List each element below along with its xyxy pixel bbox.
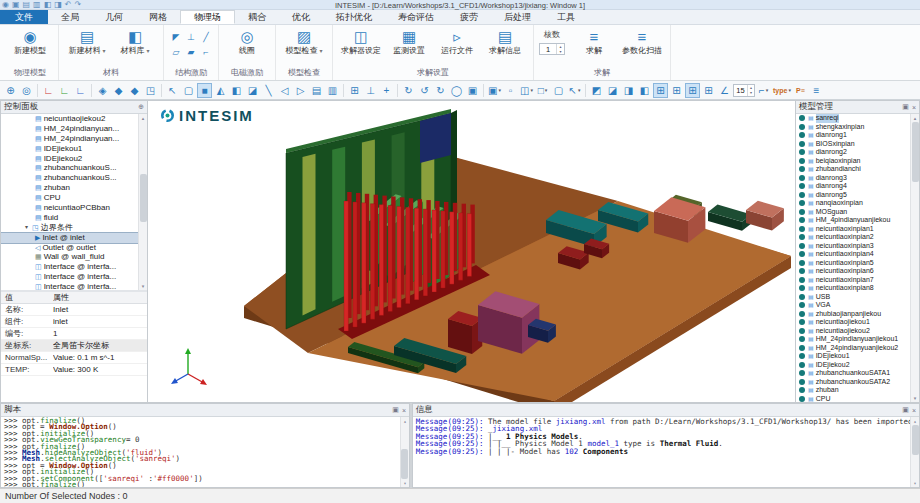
saved-view-icon[interactable]: ◳ <box>143 83 158 98</box>
visibility-dot-icon[interactable] <box>799 387 805 393</box>
tab-疲劳[interactable]: 疲劳 <box>447 10 491 24</box>
component-item-idejiekou2[interactable]: ▤IDEjiekou2 <box>796 361 919 370</box>
tab-后处理[interactable]: 后处理 <box>491 10 544 24</box>
visibility-dot-icon[interactable] <box>799 243 805 249</box>
tree-item-wall-wall-fluid[interactable]: ▦Wall @ wall_fluid <box>1 252 147 262</box>
tree-item-inlet-inlet[interactable]: ▶Inlet @ inlet <box>1 233 147 243</box>
tab-工具[interactable]: 工具 <box>544 10 588 24</box>
new-material-button[interactable]: ▤新建材料 ▾ <box>64 27 110 56</box>
type-filter-dropdown[interactable]: type▾ <box>772 83 792 98</box>
zoom-box-icon[interactable]: ◎ <box>19 83 34 98</box>
component-item-neicuntiaoxinpian3[interactable]: ▤neicuntiaoxinpian3 <box>796 242 919 251</box>
component-item-neicuntiaojiekou1[interactable]: ▤neicuntiaojiekou1 <box>796 318 919 327</box>
float-panel-icon[interactable]: ▣ <box>902 103 909 111</box>
layer-list-icon[interactable]: ▥ <box>325 83 340 98</box>
rotate-free-icon[interactable]: ↻ <box>433 83 448 98</box>
material-library-button[interactable]: ◧材料库 ▾ <box>112 27 158 56</box>
velocity-icon[interactable]: ▱ <box>169 45 183 59</box>
visibility-dot-icon[interactable] <box>799 345 805 351</box>
component-item-neicuntiaoxinpian4[interactable]: ▤neicuntiaoxinpian4 <box>796 250 919 259</box>
rotate-body-icon[interactable]: ◧ <box>229 83 244 98</box>
property-row[interactable]: 编号:1 <box>1 328 147 340</box>
component-item-hm_24pindianyuanjiekou1[interactable]: ▤HM_24pindianyuanjiekou1 <box>796 335 919 344</box>
visibility-dot-icon[interactable] <box>799 370 805 376</box>
export-icon[interactable]: ◨ <box>54 1 62 9</box>
component-item-zhubanchuankousata1[interactable]: ▤zhubanchuankouSATA1 <box>796 369 919 378</box>
tree-item-idejiekou1[interactable]: ▤IDEjiekou1 <box>1 144 147 154</box>
component-item-dianrong3[interactable]: ▤dianrong3 <box>796 174 919 183</box>
visibility-dot-icon[interactable] <box>799 209 805 215</box>
pick-edge-icon[interactable]: ◪ <box>605 83 620 98</box>
tab-寿命评估[interactable]: 寿命评估 <box>385 10 447 24</box>
circle-select-icon[interactable]: ◯ <box>449 83 464 98</box>
visibility-dot-icon[interactable] <box>799 175 805 181</box>
close-panel-icon[interactable]: × <box>912 104 916 111</box>
acceleration-icon[interactable]: ▰ <box>184 45 198 59</box>
close-script-icon[interactable]: × <box>402 407 406 414</box>
run-file-button[interactable]: ▹运行文件 <box>434 27 480 56</box>
select-mode-icon[interactable]: ↖ <box>165 83 180 98</box>
component-item-neicuntiaoxinpian7[interactable]: ▤neicuntiaoxinpian7 <box>796 276 919 285</box>
component-item-dianrong4[interactable]: ▤dianrong4 <box>796 182 919 191</box>
component-item-vga[interactable]: ▤VGA <box>796 301 919 310</box>
right-tree-scrollbar[interactable]: ▴▾ <box>910 114 919 402</box>
component-item-hm_24pindianyuanjiekou2[interactable]: ▤HM_24pindianyuanjiekou2 <box>796 344 919 353</box>
rotate-ccw-icon[interactable]: ↺ <box>417 83 432 98</box>
visibility-dot-icon[interactable] <box>799 183 805 189</box>
pressure-icon[interactable]: ⊥ <box>184 30 198 44</box>
select-box-icon[interactable]: □▾ <box>535 83 550 98</box>
visibility-dot-icon[interactable] <box>799 268 805 274</box>
coil-button[interactable]: ◎线圈 <box>224 27 270 56</box>
pick-vertex-icon[interactable]: ◩ <box>589 83 604 98</box>
visibility-dot-icon[interactable] <box>799 285 805 291</box>
component-item-neicuntiaoxinpian6[interactable]: ▤neicuntiaoxinpian6 <box>796 267 919 276</box>
expander-icon[interactable]: ▾ <box>25 223 32 233</box>
visibility-dot-icon[interactable] <box>799 311 805 317</box>
view-axis-z-icon[interactable]: ∟ <box>73 83 88 98</box>
polyline-tool-icon[interactable]: ⌐▾ <box>756 83 771 98</box>
visibility-dot-icon[interactable] <box>799 353 805 359</box>
layer-stack-icon[interactable]: ▤ <box>309 83 324 98</box>
property-row[interactable]: 组件:inlet <box>1 316 147 328</box>
tab-拓扑优化[interactable]: 拓扑优化 <box>323 10 385 24</box>
property-row[interactable]: NormalSp...Value: 0.1 m s^-1 <box>1 352 147 364</box>
solve-info-button[interactable]: ▤求解信息 <box>482 27 528 56</box>
select-solid-icon[interactable]: ◫▾ <box>519 83 534 98</box>
visibility-dot-icon[interactable] <box>799 277 805 283</box>
tree-item-interface-interfa-[interactable]: ◫Interface @ interfa... <box>1 262 147 272</box>
visibility-dot-icon[interactable] <box>799 226 805 232</box>
model-check-button[interactable]: ▨模型检查 ▾ <box>281 27 327 56</box>
app-menu-icon[interactable]: ◉ <box>2 1 9 9</box>
mirror-right-icon[interactable]: ▷ <box>293 83 308 98</box>
view-iso-icon[interactable]: ◈ <box>95 83 110 98</box>
visibility-dot-icon[interactable] <box>799 115 805 121</box>
tree-item-idejiekou2[interactable]: ▤IDEjiekou2 <box>1 154 147 164</box>
tab-网格[interactable]: 网格 <box>136 10 180 24</box>
redo-icon[interactable]: ↷ <box>75 1 82 9</box>
component-item-hm_4pindianyuanjiekou[interactable]: ▤HM_4pindianyuanjiekou <box>796 216 919 225</box>
tab-物理场[interactable]: 物理场 <box>180 10 235 24</box>
info-scrollbar[interactable]: ▴▾ <box>910 417 919 487</box>
property-row[interactable]: 坐标系:全局笛卡尔坐标 <box>1 340 147 352</box>
visibility-dot-icon[interactable] <box>799 379 805 385</box>
visibility-dot-icon[interactable] <box>799 260 805 266</box>
undo-icon[interactable]: ↶ <box>65 1 72 9</box>
tree-item-neicuntiaojiekou2[interactable]: ▤neicuntiaojiekou2 <box>1 114 147 124</box>
parameter-icon[interactable]: P≡ <box>793 83 808 98</box>
tab-文件[interactable]: 文件 <box>0 10 48 24</box>
select-filter-icon[interactable]: ▣▾ <box>487 83 502 98</box>
component-item-mosguan[interactable]: ▤MOSguan <box>796 208 919 217</box>
view-axis-y-icon[interactable]: ∟ <box>57 83 72 98</box>
select-pick-icon[interactable]: ↖▾ <box>567 83 582 98</box>
angle-spinner[interactable]: 15▴▾ <box>733 84 755 97</box>
pin-icon[interactable]: ⊕ <box>138 103 144 111</box>
tab-几何[interactable]: 几何 <box>92 10 136 24</box>
mesh-view-2-icon[interactable]: ⊞ <box>669 83 684 98</box>
mesh-view-4-icon[interactable]: ⊞ <box>701 83 716 98</box>
tree-item-interface-interfa-[interactable]: ◫Interface @ interfa... <box>1 282 147 292</box>
left-tree-scrollbar[interactable]: ▴▾ <box>138 114 147 290</box>
visibility-dot-icon[interactable] <box>799 141 805 147</box>
component-item-dianrong5[interactable]: ▤dianrong5 <box>796 191 919 200</box>
component-item-zhubiaojianpanjiekou[interactable]: ▤zhubiaojianpanjiekou <box>796 310 919 319</box>
monitor-settings-button[interactable]: ▦监测设置 <box>386 27 432 56</box>
